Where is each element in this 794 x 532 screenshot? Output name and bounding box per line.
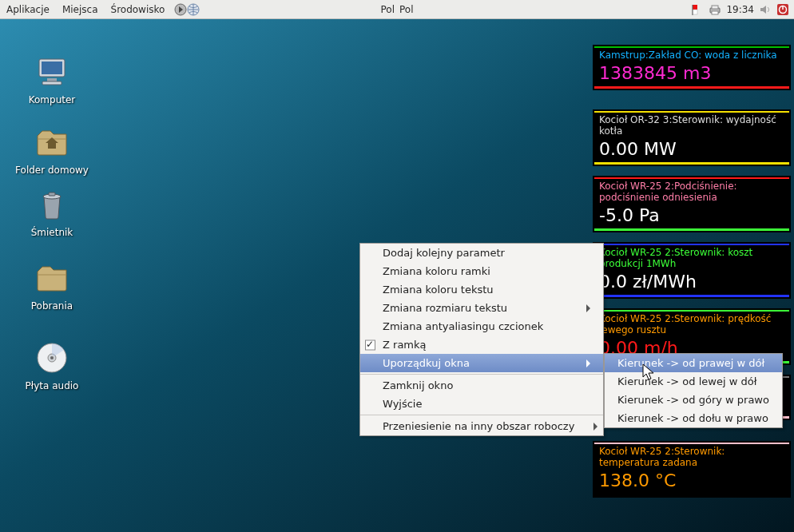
context-menu-item[interactable]: Zmiana antyaliasingu czcionek xyxy=(360,317,603,335)
svg-rect-7 xyxy=(712,11,718,14)
checkbox-icon xyxy=(365,339,375,350)
menu-separator xyxy=(360,374,603,375)
panel-menu-applications[interactable]: Aplikacje xyxy=(0,0,56,18)
context-menu-item[interactable]: Wyjście xyxy=(360,395,603,413)
menu-item-label: Zmiana koloru ramki xyxy=(383,265,490,277)
menu-item-label: Wyjście xyxy=(383,398,422,410)
menu-item-label: Zmiana antyaliasingu czcionek xyxy=(383,320,543,332)
desktop-icon-label: Płyta audio xyxy=(8,380,96,391)
menu-item-label: Zamknij okno xyxy=(383,379,453,391)
submenu-item-label: Kierunek -> od prawej w dół xyxy=(617,357,764,369)
menu-item-label: Uporządkuj okna xyxy=(383,357,470,369)
widget-value: -5.0 Pa xyxy=(594,205,789,228)
widget-border-bottom xyxy=(594,162,789,165)
widget-value: 0.0 zł/MWh xyxy=(594,272,789,295)
trash-icon xyxy=(33,185,71,224)
panel-clock[interactable]: 19:34 xyxy=(726,4,754,15)
globe-icon[interactable] xyxy=(187,3,200,16)
cd-icon xyxy=(33,339,71,377)
monitor-widget-0[interactable]: Kamstrup:Zakład CO: woda z licznika13838… xyxy=(593,45,791,90)
widget-title: Kocioł WR-25 2:Sterownik: temperatura za… xyxy=(594,443,789,470)
desktop-icon-cd[interactable]: Płyta audio xyxy=(8,339,96,391)
widget-value: 0.00 MW xyxy=(594,139,789,162)
volume-icon[interactable] xyxy=(759,3,772,16)
svg-rect-16 xyxy=(49,193,55,196)
monitor-widget-1[interactable]: Kocioł OR-32 3:Sterownik: wydajność kotł… xyxy=(593,109,791,166)
top-panel: Aplikacje Miejsca Środowisko Pol Pol 19:… xyxy=(0,0,794,19)
context-submenu: Kierunek -> od prawej w dółKierunek -> o… xyxy=(604,353,783,428)
context-menu-item[interactable]: Zamknij okno xyxy=(360,376,603,395)
widget-border-bottom xyxy=(594,494,789,496)
folder-home-icon xyxy=(33,123,71,161)
keyboard-layout-2[interactable]: Pol xyxy=(399,4,413,15)
context-menu-item[interactable]: Dodaj kolejny parametr xyxy=(360,244,603,262)
widget-title: Kocioł OR-32 3:Sterownik: wydajność kotł… xyxy=(594,111,789,139)
keyboard-layout-1[interactable]: Pol xyxy=(381,4,395,15)
desktop-icon-folder[interactable]: Pobrania xyxy=(8,259,96,312)
widget-value: 1383845 m3 xyxy=(594,63,789,86)
desktop-icon-label: Folder domowy xyxy=(8,165,96,176)
widget-border-bottom xyxy=(594,295,789,297)
widget-title: Kocioł WR-25 2:Sterownik: koszt produkcj… xyxy=(594,244,789,272)
desktop-icon-label: Śmietnik xyxy=(8,227,96,238)
desktop[interactable]: KomputerFolder domowyŚmietnikPobraniaPły… xyxy=(0,19,794,532)
desktop-icon-computer[interactable]: Komputer xyxy=(8,53,96,105)
menu-item-label: Przeniesienie na inny obszar roboczy xyxy=(383,420,574,432)
panel-center: Pol Pol xyxy=(381,4,414,15)
context-menu-item[interactable]: Zmiana koloru ramki xyxy=(360,262,603,280)
submenu-item[interactable]: Kierunek -> od prawej w dół xyxy=(605,354,782,372)
widget-border-bottom xyxy=(594,228,789,231)
context-menu-item[interactable]: Zmiana rozmiaru tekstu xyxy=(360,299,603,317)
submenu-item-label: Kierunek -> od lewej w dół xyxy=(617,375,756,387)
desktop-icon-folder-home[interactable]: Folder domowy xyxy=(8,123,96,176)
panel-menu-places[interactable]: Miejsca xyxy=(56,0,105,18)
desktop-icon-label: Pobrania xyxy=(8,300,96,312)
submenu-item[interactable]: Kierunek -> od lewej w dół xyxy=(605,372,782,391)
folder-icon xyxy=(33,259,71,297)
widget-title: Kocioł WR-25 2:Podciśnienie: podciśnieni… xyxy=(594,177,789,205)
menu-separator xyxy=(360,415,603,415)
monitor-widget-2[interactable]: Kocioł WR-25 2:Podciśnienie: podciśnieni… xyxy=(593,176,791,232)
svg-rect-13 xyxy=(47,78,57,81)
submenu-item[interactable]: Kierunek -> od dołu w prawo xyxy=(605,409,782,427)
svg-rect-2 xyxy=(693,5,697,10)
audio-app-icon[interactable] xyxy=(174,3,187,16)
svg-rect-12 xyxy=(42,62,62,74)
context-menu: Dodaj kolejny parametrZmiana koloru ramk… xyxy=(359,243,604,436)
shutdown-icon[interactable] xyxy=(776,3,789,16)
svg-point-19 xyxy=(50,356,54,359)
widget-title: Kocioł WR-25 2:Sterownik: prędkość leweg… xyxy=(594,310,789,338)
menu-item-label: Z ramką xyxy=(383,339,427,351)
widget-value: 138.0 °C xyxy=(594,470,789,494)
submenu-item-label: Kierunek -> od dołu w prawo xyxy=(617,412,768,424)
desktop-icon-label: Komputer xyxy=(8,94,96,105)
context-menu-item[interactable]: Przeniesienie na inny obszar roboczy xyxy=(360,417,603,435)
desktop-icon-trash[interactable]: Śmietnik xyxy=(8,185,96,238)
menu-item-label: Zmiana rozmiaru tekstu xyxy=(383,302,507,314)
submenu-item-label: Kierunek -> od góry w prawo xyxy=(617,394,769,406)
computer-icon xyxy=(33,53,71,91)
menu-item-label: Dodaj kolejny parametr xyxy=(383,247,505,259)
submenu-item[interactable]: Kierunek -> od góry w prawo xyxy=(605,391,782,409)
svg-rect-14 xyxy=(42,81,62,85)
context-menu-item[interactable]: Z ramką xyxy=(360,335,603,354)
svg-rect-6 xyxy=(712,6,718,9)
context-menu-item[interactable]: Zmiana koloru tekstu xyxy=(360,280,603,299)
widget-border-bottom xyxy=(594,86,789,89)
menu-item-label: Zmiana koloru tekstu xyxy=(383,284,494,296)
panel-menu-system[interactable]: Środowisko xyxy=(105,0,172,18)
monitor-widget-6[interactable]: Kocioł WR-25 2:Sterownik: temperatura za… xyxy=(593,441,791,498)
svg-rect-3 xyxy=(693,10,697,14)
flag-icon[interactable] xyxy=(691,3,704,16)
widget-title: Kamstrup:Zakład CO: woda z licznika xyxy=(594,46,789,63)
printer-icon[interactable] xyxy=(709,3,721,16)
monitor-widget-3[interactable]: Kocioł WR-25 2:Sterownik: koszt produkcj… xyxy=(593,242,791,299)
context-menu-item[interactable]: Uporządkuj okna xyxy=(360,354,603,372)
